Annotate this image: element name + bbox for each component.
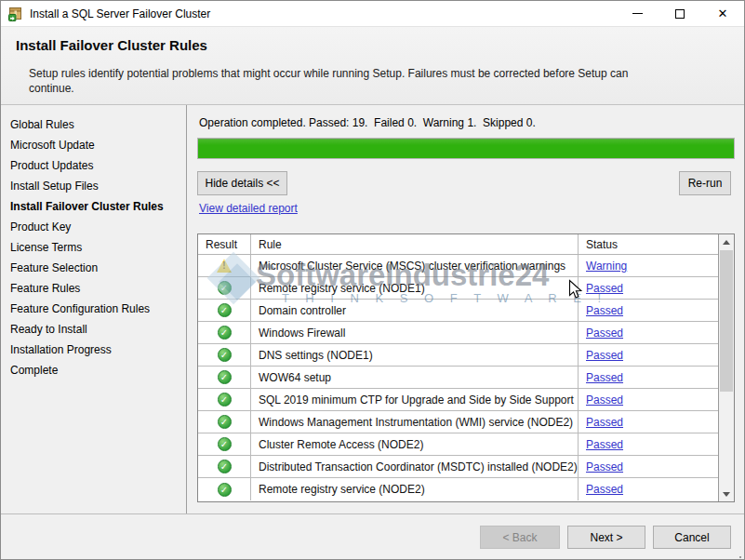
status-link[interactable]: Passed <box>586 438 623 451</box>
sidebar-step-item: Feature Rules <box>1 278 186 299</box>
status-cell: Passed <box>579 349 718 362</box>
table-row: WOW64 setup Passed <box>198 367 718 389</box>
window-title: Install a SQL Server Failover Cluster <box>30 7 210 20</box>
close-icon: ✕ <box>718 7 728 20</box>
status-cell: Passed <box>579 304 718 317</box>
scrollbar-thumb[interactable] <box>720 250 733 392</box>
maximize-icon <box>675 9 685 19</box>
rule-cell: DNS settings (NODE1) <box>251 344 579 366</box>
resize-grip[interactable] <box>739 556 741 558</box>
sidebar-step-item: Product Key <box>1 217 186 237</box>
table-row: Windows Management Instrumentation (WMI)… <box>198 411 718 433</box>
view-detailed-report-link[interactable]: View detailed report <box>199 202 298 215</box>
table-row: DNS settings (NODE1) Passed <box>198 344 718 367</box>
result-cell <box>198 456 251 477</box>
progress-bar-fill <box>198 139 734 158</box>
title-bar[interactable]: Install a SQL Server Failover Cluster ✕ <box>1 1 744 27</box>
result-cell <box>198 433 251 455</box>
column-header-result: Result <box>198 234 251 254</box>
rule-cell: Domain controller <box>251 300 579 321</box>
status-link[interactable]: Passed <box>586 304 623 317</box>
result-status-icon <box>218 393 232 407</box>
result-cell <box>198 277 251 299</box>
page-header: Install Failover Cluster Rules Setup rul… <box>1 27 744 105</box>
back-button[interactable]: < Back <box>480 526 560 549</box>
sidebar-step-item: Install Failover Cluster Rules <box>1 196 186 217</box>
status-link[interactable]: Passed <box>586 282 623 295</box>
status-link[interactable]: Passed <box>586 393 623 407</box>
sidebar-step-item: Feature Selection <box>1 258 186 278</box>
table-body: Microsoft Cluster Service (MSCS) cluster… <box>198 255 718 500</box>
result-status-icon <box>218 348 232 362</box>
result-cell <box>198 411 251 433</box>
table-row: Remote registry service (NODE1) Passed <box>198 277 718 300</box>
status-link[interactable]: Warning <box>586 260 627 273</box>
sidebar-step-item: Global Rules <box>1 114 186 135</box>
status-link[interactable]: Passed <box>586 371 623 384</box>
rerun-button[interactable]: Re-run <box>679 171 731 195</box>
scroll-up-icon[interactable] <box>719 234 734 249</box>
status-cell: Passed <box>579 460 718 473</box>
status-cell: Passed <box>579 416 718 429</box>
rule-cell: Distributed Transaction Coordinator (MSD… <box>251 456 579 477</box>
result-status-icon <box>218 415 232 429</box>
result-status-icon <box>218 326 232 340</box>
operation-status-text: Operation completed. Passed: 19. Failed … <box>199 116 536 129</box>
result-cell <box>198 255 251 276</box>
rules-results-table: Result Rule Status Microsoft Cluster Ser… <box>197 233 735 502</box>
table-scrollbar[interactable] <box>718 234 734 501</box>
result-status-icon <box>218 370 232 384</box>
result-cell <box>198 367 251 388</box>
rule-cell: Remote registry service (NODE2) <box>251 478 579 500</box>
table-row: Distributed Transaction Coordinator (MSD… <box>198 456 718 478</box>
steps-sidebar: Global Rules Microsoft Update Product Up… <box>1 105 187 513</box>
table-header-row: Result Rule Status <box>198 234 718 255</box>
sidebar-step-item: Feature Configuration Rules <box>1 299 186 319</box>
result-cell <box>198 389 251 410</box>
table-row: Cluster Remote Access (NODE2) Passed <box>198 433 718 456</box>
maximize-button[interactable] <box>659 1 701 26</box>
sidebar-step-item: Ready to Install <box>1 319 186 340</box>
wizard-window: Install a SQL Server Failover Cluster ✕ … <box>0 0 745 560</box>
minimize-button[interactable] <box>616 1 659 26</box>
sidebar-step-item: Install Setup Files <box>1 176 186 196</box>
next-button[interactable]: Next > <box>567 526 645 549</box>
table-row: Remote registry service (NODE2) Passed <box>198 478 718 500</box>
hide-details-button[interactable]: Hide details << <box>197 171 287 195</box>
minimize-icon <box>632 13 643 14</box>
result-cell <box>198 322 251 343</box>
rule-cell: Microsoft Cluster Service (MSCS) cluster… <box>251 255 579 276</box>
status-cell: Passed <box>579 327 718 340</box>
cancel-button[interactable]: Cancel <box>653 526 731 549</box>
scroll-down-icon[interactable] <box>719 487 734 501</box>
sidebar-step-item: License Terms <box>1 237 186 258</box>
table-row: Domain controller Passed <box>198 300 718 322</box>
rule-cell: WOW64 setup <box>251 367 579 388</box>
status-cell: Passed <box>579 483 718 496</box>
rule-cell: Windows Management Instrumentation (WMI)… <box>251 411 579 433</box>
status-link[interactable]: Passed <box>586 416 623 429</box>
status-cell: Passed <box>579 282 718 295</box>
result-status-icon <box>217 259 232 273</box>
column-header-rule: Rule <box>251 234 579 254</box>
result-cell <box>198 344 251 366</box>
result-cell <box>198 300 251 321</box>
status-link[interactable]: Passed <box>586 483 623 496</box>
result-status-icon <box>218 460 232 473</box>
status-cell: Passed <box>579 393 718 407</box>
result-cell <box>198 478 251 500</box>
status-link[interactable]: Passed <box>586 460 623 473</box>
status-link[interactable]: Passed <box>586 349 623 362</box>
column-header-status: Status <box>579 238 718 251</box>
wizard-footer: < Back Next > Cancel <box>1 513 744 560</box>
status-link[interactable]: Passed <box>586 327 623 340</box>
page-description: Setup rules identify potential problems … <box>29 66 638 96</box>
rule-cell: Cluster Remote Access (NODE2) <box>251 433 579 455</box>
close-button[interactable]: ✕ <box>701 1 744 26</box>
status-cell: Passed <box>579 438 718 451</box>
setup-app-icon <box>8 7 23 21</box>
status-cell: Passed <box>579 371 718 384</box>
sidebar-step-item: Microsoft Update <box>1 135 186 155</box>
sidebar-step-item: Product Updates <box>1 155 186 176</box>
rule-cell: SQL 2019 minimum CTP for Upgrade and Sid… <box>251 389 579 410</box>
